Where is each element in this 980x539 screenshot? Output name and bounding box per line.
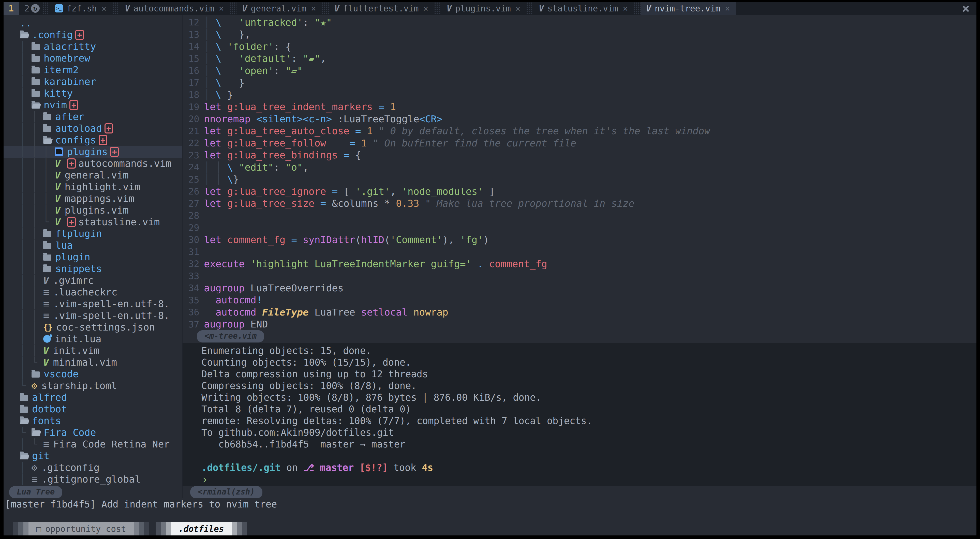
tree-row-..[interactable]: .. (3, 17, 182, 29)
tmux-window-.dotfiles[interactable]: .dotfiles (156, 522, 247, 536)
code-line[interactable]: 25│ │ \} (183, 173, 977, 186)
tmux-window-opportunity_cost[interactable]: □opportunity_cost (13, 522, 149, 536)
code-line[interactable]: 13│ \ }, (183, 29, 977, 41)
editor-statusline-row: <m-tree.vim (183, 330, 977, 343)
tree-row-Fira Code[interactable]: └ Fira Code (3, 427, 182, 438)
tree-row-.gitignore_global[interactable]: │ .gitignore_global (3, 474, 182, 485)
tree-row-plugins.vim[interactable]: │ │ │ plugins.vim (3, 204, 182, 216)
tree-row-.gitconfig[interactable]: │ .gitconfig (3, 462, 182, 474)
tree-row-vscode[interactable]: │ vscode (3, 368, 182, 380)
tmux-window-indicator-1[interactable]: 1 (3, 2, 19, 15)
tree-row-general.vim[interactable]: │ │ │ general.vim (3, 169, 182, 181)
terminal-pane[interactable]: Enumerating objects: 15, done.Counting o… (183, 343, 977, 486)
tmux-window-indicator-2[interactable]: 2 (19, 2, 31, 15)
code-line[interactable]: 27let g:lua_tree_size = &columns * 0.33 … (183, 197, 977, 210)
tree-row-mappings.vim[interactable]: │ │ │ mappings.vim (3, 193, 182, 204)
code-line[interactable]: 31 (183, 246, 977, 258)
code-line[interactable]: 26let g:lua_tree_ignore = [ '.git', 'nod… (183, 185, 977, 197)
code-token: \ (228, 174, 233, 185)
tree-row-statusline.vim[interactable]: │ │ └ +statusline.vim (3, 216, 182, 228)
code-line[interactable]: 36 autocmd FileType LuaTree setlocal now… (183, 306, 977, 318)
code-line[interactable]: 32execute 'highlight LuaTreeIndentMarker… (183, 258, 977, 270)
tree-row-plugins[interactable]: │ │ │ plugins+ (3, 146, 182, 157)
tree-row-kitty[interactable]: │ kitty (3, 87, 182, 99)
code-token: took (388, 462, 422, 473)
tree-row-nvim[interactable]: │ nvim+ (3, 99, 182, 111)
tree-row-.gvimrc[interactable]: │ │ .gvimrc (3, 275, 182, 286)
tree-row-plugin[interactable]: │ │ plugin (3, 251, 182, 263)
code-line[interactable]: 33 (183, 270, 977, 282)
code-line[interactable]: 15│ \ 'default': "▰", (183, 52, 977, 65)
tree-row-iterm2[interactable]: │ iterm2 (3, 64, 182, 76)
tree-indent-guide: │ │ (20, 345, 43, 356)
code-line[interactable]: 28 (183, 210, 977, 222)
tab-close-icon[interactable]: × (311, 3, 316, 13)
tab-fzf.sh[interactable]: fzf.sh× (49, 2, 112, 15)
tree-row-fonts[interactable]: fonts (3, 415, 182, 427)
tab-statusline.vim[interactable]: statusline.vim× (533, 2, 633, 15)
tab-close-icon[interactable]: × (423, 3, 428, 13)
tree-row-autoload[interactable]: │ │ autoload+ (3, 122, 182, 134)
code-line[interactable]: 18│ \ } (183, 89, 977, 101)
tree-row-.vim-spell-en.utf-8.[interactable]: │ │ .vim-spell-en.utf-8. (3, 298, 182, 310)
tree-row-git[interactable]: git (3, 450, 182, 462)
tree-row-coc-settings.json[interactable]: │ │ coc-settings.json (3, 321, 182, 333)
tree-row-after[interactable]: │ │ after (3, 111, 182, 122)
code-token (245, 258, 250, 269)
tab-close-icon[interactable]: × (725, 3, 730, 13)
code-line[interactable]: 23let g:lua_tree_bindings = { (183, 149, 977, 161)
tree-row-Fira Code Retina Ner[interactable]: │ └ Fira Code Retina Ner (3, 438, 182, 450)
code-line[interactable]: 17│ \ } (183, 77, 977, 89)
code-token: g:lua_tree_bindings (228, 149, 338, 161)
folder-icon (32, 67, 40, 73)
tree-row-autocommands.vim[interactable]: │ │ │ +autocommands.vim (3, 157, 182, 169)
code-line[interactable]: 29 (183, 222, 977, 234)
code-line[interactable]: 14│ \ 'folder': { (183, 40, 977, 52)
tab-nvim-tree.vim[interactable]: nvim-tree.vim× (641, 2, 736, 15)
tab-close-icon[interactable]: × (219, 3, 224, 13)
terminal-line: Total 8 (delta 7), reused 0 (delta 0) (201, 403, 977, 415)
tree-row-snippets[interactable]: │ │ snippets (3, 263, 182, 275)
tree-row-alfred[interactable]: alfred (3, 391, 182, 403)
tree-row-alacritty[interactable]: │ alacritty (3, 41, 182, 52)
code-line[interactable]: 19let g:lua_tree_indent_markers = 1 (183, 101, 977, 113)
code-line[interactable]: 37augroup END (183, 318, 977, 330)
tree-folder-label: .config (32, 29, 73, 40)
code-line[interactable]: 20nnoremap <silent><c-n> :LuaTreeToggle<… (183, 113, 977, 125)
tree-row-lua[interactable]: │ │ lua (3, 240, 182, 251)
tree-row-karabiner[interactable]: │ karabiner (3, 76, 182, 87)
tree-indent-guide: │ │ │ (20, 170, 55, 181)
tab-general.vim[interactable]: general.vim× (237, 2, 321, 15)
tree-row-minimal.vim[interactable]: │ └ minimal.vim (3, 356, 182, 368)
code-line[interactable]: 12│ \ 'untracked': "★" (183, 16, 977, 29)
tab-close-icon[interactable]: × (102, 3, 107, 13)
git-new-badge: + (67, 217, 76, 227)
window-close-icon[interactable]: × (955, 2, 977, 15)
tree-row-init.lua[interactable]: │ │ init.lua (3, 333, 182, 345)
tree-row-dotbot[interactable]: dotbot (3, 403, 182, 415)
code-line[interactable]: 21let g:lua_tree_auto_close = 1 " 0 by d… (183, 125, 977, 137)
tab-fluttertest.vim[interactable]: fluttertest.vim× (329, 2, 434, 15)
tree-row-.vim-spell-en.utf-8.[interactable]: │ │ .vim-spell-en.utf-8. (3, 310, 182, 321)
tree-row-configs[interactable]: │ │ configs+ (3, 134, 182, 146)
tree-indent-guide: │ (20, 474, 32, 485)
code-token: , (320, 53, 326, 64)
tab-close-icon[interactable]: × (623, 3, 628, 13)
tree-row-starship.toml[interactable]: └ starship.toml (3, 380, 182, 391)
tab-close-icon[interactable]: × (515, 3, 520, 13)
code-line[interactable]: 30let comment_fg = synIDattr(hlID('Comme… (183, 234, 977, 246)
tree-row-.luacheckrc[interactable]: │ │ .luacheckrc (3, 286, 182, 298)
tree-row-.config[interactable]: .config+ (3, 29, 182, 41)
editor[interactable]: 12│ \ 'untracked': "★"13│ \ },14│ \ 'fol… (183, 15, 977, 330)
code-line[interactable]: 22let g:lua_tree_follow = 1 " On bufEnte… (183, 137, 977, 149)
tree-row-init.vim[interactable]: │ │ init.vim (3, 345, 182, 356)
code-line[interactable]: 16│ \ 'open': "▱" (183, 65, 977, 77)
tree-row-highlight.vim[interactable]: │ │ │ highlight.vim (3, 181, 182, 193)
code-line[interactable]: 34augroup LuaTreeOverrides (183, 282, 977, 294)
code-line[interactable]: 35 autocmd! (183, 294, 977, 306)
tab-autocommands.vim[interactable]: autocommands.vim× (119, 2, 230, 15)
tree-row-homebrew[interactable]: │ homebrew (3, 52, 182, 64)
code-line[interactable]: 24│ │ \ "edit": "o", (183, 161, 977, 173)
tab-plugins.vim[interactable]: plugins.vim× (441, 2, 526, 15)
tree-row-ftplugin[interactable]: │ │ ftplugin (3, 228, 182, 240)
